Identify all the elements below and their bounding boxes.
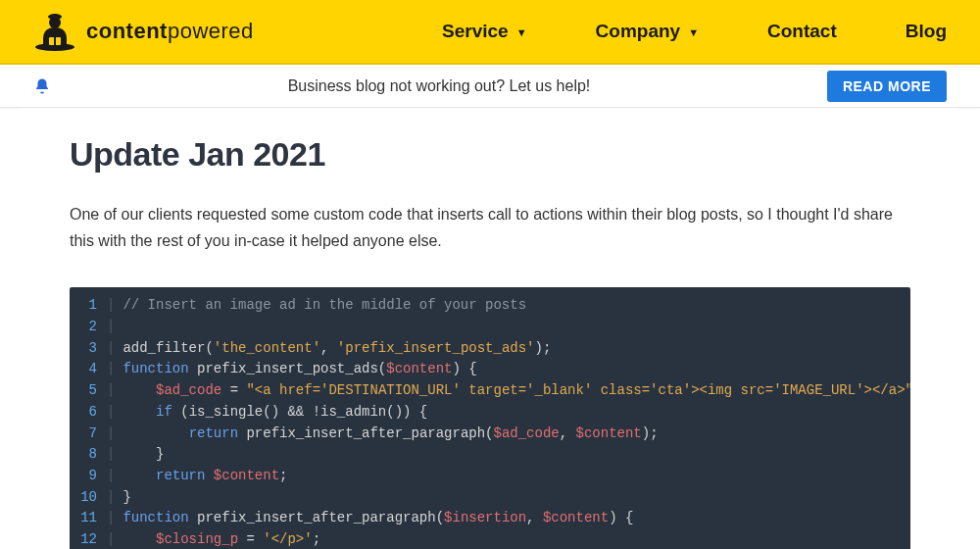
code-line: 12| $closing_p = '</p>'; xyxy=(70,529,910,549)
line-number: 10 xyxy=(70,487,103,509)
announcement-text: Business blog not working out? Let us he… xyxy=(288,77,591,95)
gutter-pipe: | xyxy=(103,380,122,402)
line-number: 3 xyxy=(70,338,103,360)
code-block: 1|// Insert an image ad in the middle of… xyxy=(70,287,910,549)
line-number: 8 xyxy=(70,444,103,466)
gutter-pipe: | xyxy=(103,317,122,338)
gutter-pipe: | xyxy=(103,487,122,509)
code-content: function prefix_insert_after_paragraph($… xyxy=(122,508,633,529)
code-content: $ad_code = "<a href='DESTINATION_URL' ta… xyxy=(122,380,910,402)
line-number: 2 xyxy=(70,317,103,338)
main-header: contentpowered Service▼ Company▼ Contact… xyxy=(0,0,980,65)
code-content: return $content; xyxy=(122,466,287,487)
code-line: 1|// Insert an image ad in the middle of… xyxy=(70,295,910,317)
code-content: return prefix_insert_after_paragraph($ad… xyxy=(122,424,658,445)
code-line: 7| return prefix_insert_after_paragraph(… xyxy=(70,424,910,445)
code-line: 10|} xyxy=(70,487,910,509)
gutter-pipe: | xyxy=(103,444,122,466)
code-line: 6| if (is_single() && !is_admin()) { xyxy=(70,402,910,424)
main-nav: Service▼ Company▼ Contact Blog xyxy=(442,21,947,42)
gutter-pipe: | xyxy=(103,529,122,549)
svg-rect-2 xyxy=(54,37,56,45)
bell-icon xyxy=(33,77,51,95)
code-content: // Insert an image ad in the middle of y… xyxy=(122,295,526,317)
article-body: One of our clients requested some custom… xyxy=(70,201,910,254)
line-number: 4 xyxy=(70,359,103,380)
code-line: 11|function prefix_insert_after_paragrap… xyxy=(70,508,910,529)
gutter-pipe: | xyxy=(103,508,122,529)
logo-icon xyxy=(33,12,76,51)
code-content: function prefix_insert_post_ads($content… xyxy=(122,359,476,380)
gutter-pipe: | xyxy=(103,295,122,317)
code-line: 2| xyxy=(70,317,910,338)
announcement-bar: Business blog not working out? Let us he… xyxy=(0,65,980,108)
line-number: 11 xyxy=(70,508,103,529)
article-title: Update Jan 2021 xyxy=(70,135,910,174)
code-line: 9| return $content; xyxy=(70,466,910,487)
code-content: } xyxy=(122,444,164,466)
chevron-down-icon: ▼ xyxy=(688,26,699,38)
gutter-pipe: | xyxy=(103,402,122,424)
logo[interactable]: contentpowered xyxy=(33,12,254,51)
code-line: 4|function prefix_insert_post_ads($conte… xyxy=(70,359,910,380)
gutter-pipe: | xyxy=(103,424,122,445)
chevron-down-icon: ▼ xyxy=(516,26,527,38)
article-main: Update Jan 2021 One of our clients reque… xyxy=(23,108,957,549)
nav-service[interactable]: Service▼ xyxy=(442,21,527,42)
logo-text: contentpowered xyxy=(86,19,254,44)
line-number: 7 xyxy=(70,424,103,445)
code-line: 5| $ad_code = "<a href='DESTINATION_URL'… xyxy=(70,380,910,402)
line-number: 6 xyxy=(70,402,103,424)
line-number: 1 xyxy=(70,295,103,317)
nav-blog[interactable]: Blog xyxy=(906,21,947,42)
line-number: 5 xyxy=(70,380,103,402)
nav-company[interactable]: Company▼ xyxy=(596,21,699,42)
line-number: 12 xyxy=(70,529,103,549)
gutter-pipe: | xyxy=(103,466,122,487)
line-number: 9 xyxy=(70,466,103,487)
code-line: 3|add_filter('the_content', 'prefix_inse… xyxy=(70,338,910,360)
nav-contact[interactable]: Contact xyxy=(767,21,837,42)
read-more-button[interactable]: READ MORE xyxy=(827,71,947,102)
gutter-pipe: | xyxy=(103,338,122,360)
code-content: add_filter('the_content', 'prefix_insert… xyxy=(122,338,551,360)
svg-point-5 xyxy=(53,14,57,18)
code-line: 8| } xyxy=(70,444,910,466)
code-content: } xyxy=(122,487,130,509)
code-content: if (is_single() && !is_admin()) { xyxy=(122,402,427,424)
code-content: $closing_p = '</p>'; xyxy=(122,529,320,549)
gutter-pipe: | xyxy=(103,359,122,380)
